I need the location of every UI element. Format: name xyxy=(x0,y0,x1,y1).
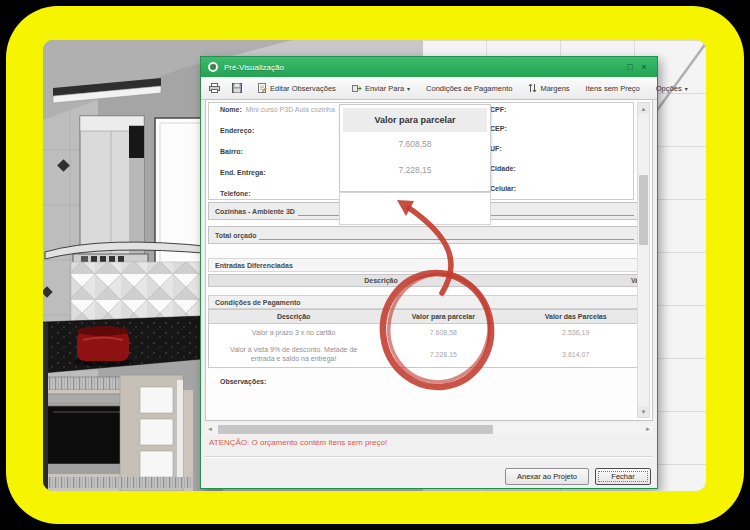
maximize-button[interactable]: □ xyxy=(623,61,637,73)
vertical-scrollbar[interactable]: ▲ ▼ xyxy=(637,102,650,418)
dropdown-caret-icon: ▾ xyxy=(685,85,688,92)
toolbar-item-enviar-para[interactable]: Enviar Para ▾ xyxy=(348,82,414,95)
screenshot-stage: Pré-Visualização □ × xyxy=(0,0,750,530)
payment-row-prazo[interactable]: Valor a prazo 3 x no cartão 7.608,58 2.5… xyxy=(209,324,643,341)
section-total-orcado: Total orçado xyxy=(208,226,644,244)
scroll-left-icon[interactable]: ◄ xyxy=(205,423,215,435)
dropdown-caret-icon: ▾ xyxy=(407,85,410,92)
field-bairro: Bairro: xyxy=(220,148,243,155)
dialog-titlebar[interactable]: Pré-Visualização □ × xyxy=(201,57,657,77)
field-cidade: Cidade: xyxy=(490,165,516,172)
field-celular: Celular: xyxy=(490,185,516,192)
field-endereco: Endereço: xyxy=(220,127,254,134)
anexar-projeto-button[interactable]: Anexar ao Projeto xyxy=(505,468,589,485)
field-uf: UF: xyxy=(490,145,502,152)
field-cpf: CPF: xyxy=(490,106,506,113)
field-nome: Nome: Mini curso P3D Aula cozinha xyxy=(220,106,335,113)
valor-parcelar-title: Valor para parcelar xyxy=(343,108,487,132)
section-entradas: Entradas Diferenciadas xyxy=(208,258,644,272)
valor-parcelar-value-1: 7.608,58 xyxy=(340,139,490,149)
preview-dialog: Pré-Visualização □ × xyxy=(200,56,658,489)
toolbar-item-editar-observacoes[interactable]: Editar Observações xyxy=(254,81,340,95)
print-button[interactable] xyxy=(205,81,224,95)
toolbar-item-margens[interactable]: Margens xyxy=(524,81,573,95)
valor-parcelar-popup: Valor para parcelar 7.608,58 7.228,15 xyxy=(339,104,491,192)
toolbar-item-opcoes[interactable]: Opções ▾ xyxy=(652,82,692,95)
scroll-right-icon[interactable]: ► xyxy=(643,423,653,435)
toolbar-item-itens-sem-preco[interactable]: Itens sem Preço xyxy=(582,82,644,95)
payment-row-avista[interactable]: Valor à vista 9% de desconto. Metade de … xyxy=(209,341,643,367)
edit-notes-icon xyxy=(258,83,267,93)
fechar-button[interactable]: Fechar xyxy=(595,468,651,485)
drawer-front xyxy=(140,387,173,413)
payment-table-header: Descrição Valor para parcelar Valor das … xyxy=(209,310,643,324)
field-telefone: Telefone: xyxy=(220,190,251,197)
scroll-down-icon[interactable]: ▼ xyxy=(638,406,649,417)
save-icon xyxy=(232,83,242,93)
margins-icon xyxy=(528,83,537,93)
nome-value: Mini curso P3D Aula cozinha xyxy=(246,106,335,113)
cabinet-niche xyxy=(129,126,144,158)
cabinet-kickplate xyxy=(43,477,193,488)
warning-message: ATENÇÃO: O orçamento contém itens sem pr… xyxy=(209,438,387,447)
field-cep: CEP: xyxy=(490,125,507,132)
scroll-up-icon[interactable]: ▲ xyxy=(638,103,649,114)
printer-icon xyxy=(209,83,220,93)
horizontal-scroll-thumb[interactable] xyxy=(218,425,493,434)
vertical-scroll-thumb[interactable] xyxy=(639,175,648,245)
drawer-front xyxy=(140,419,173,445)
toolbar-item-condicoes-pagamento[interactable]: Condições de Pagamento xyxy=(422,82,516,95)
drawer-front xyxy=(140,451,173,477)
valor-parcelar-value-2: 7.228,15 xyxy=(340,165,490,175)
observacoes-label: Observações: xyxy=(220,378,266,385)
backsplash-tiles xyxy=(71,262,216,323)
save-button[interactable] xyxy=(228,81,246,95)
close-button[interactable]: × xyxy=(637,61,651,73)
send-to-icon xyxy=(352,84,362,93)
entradas-header-row: Descrição Val xyxy=(208,274,644,287)
budget-document: Nome: Mini curso P3D Aula cozinha Endere… xyxy=(205,99,653,421)
dialog-title: Pré-Visualização xyxy=(224,63,284,72)
screenshot-area: Pré-Visualização □ × xyxy=(43,40,706,491)
app-icon xyxy=(207,61,219,73)
horizontal-scrollbar[interactable]: ◄ ► xyxy=(205,423,653,435)
divider xyxy=(205,456,653,458)
valor-parcelar-popup-extension xyxy=(339,192,491,225)
field-end-entrega: End. Entrega: xyxy=(220,169,266,176)
section-condicoes: Condições de Pagamento xyxy=(208,295,644,309)
payment-table: Descrição Valor para parcelar Valor das … xyxy=(208,309,644,368)
dialog-toolbar: Editar Observações Enviar Para ▾ Condiçõ… xyxy=(201,77,657,100)
